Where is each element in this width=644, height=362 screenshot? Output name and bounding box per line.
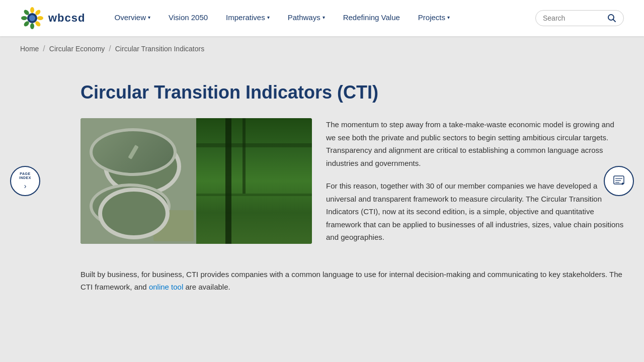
svg-point-5 bbox=[30, 23, 34, 29]
paragraph-3: Built by business, for business, CTI pro… bbox=[80, 268, 624, 294]
search-icon bbox=[607, 14, 616, 23]
logo-link[interactable]: wbcsd bbox=[20, 6, 85, 30]
svg-point-7 bbox=[21, 16, 27, 20]
search-area bbox=[535, 10, 624, 26]
imperatives-arrow-icon: ▾ bbox=[267, 15, 270, 20]
search-button[interactable] bbox=[607, 14, 616, 23]
paragraph-1: The momentum to step away from a take-ma… bbox=[326, 118, 624, 169]
svg-point-3 bbox=[37, 16, 43, 20]
online-tool-link[interactable]: online tool bbox=[149, 283, 183, 291]
projects-arrow-icon: ▾ bbox=[447, 15, 450, 20]
breadcrumb-separator-1: / bbox=[43, 44, 45, 53]
image-right-panel bbox=[196, 118, 312, 244]
pathways-arrow-icon: ▾ bbox=[323, 15, 325, 20]
nav-overview[interactable]: Overview ▾ bbox=[105, 0, 159, 36]
nav-vision2050[interactable]: Vision 2050 bbox=[159, 0, 217, 36]
image-left-panel bbox=[80, 118, 196, 244]
article-text: The momentum to step away from a take-ma… bbox=[326, 118, 624, 254]
article-image bbox=[80, 118, 312, 244]
intro-section: The momentum to step away from a take-ma… bbox=[80, 118, 624, 254]
breadcrumb-separator-2: / bbox=[109, 44, 111, 53]
breadcrumb-home[interactable]: Home bbox=[20, 45, 39, 53]
page-title: Circular Transition Indicators (CTI) bbox=[80, 81, 624, 103]
breadcrumb-current: Circular Transition Indicators bbox=[115, 45, 204, 53]
site-header: wbcsd Overview ▾ Vision 2050 Imperatives… bbox=[0, 0, 644, 36]
nav-redefining-value[interactable]: Redefining Value bbox=[334, 0, 409, 36]
svg-point-10 bbox=[29, 15, 35, 21]
logo-text: wbcsd bbox=[48, 12, 85, 25]
breadcrumb: Home / Circular Economy / Circular Trans… bbox=[0, 36, 644, 61]
search-input[interactable] bbox=[543, 14, 603, 22]
paragraph-3-end: are available. bbox=[183, 283, 230, 291]
svg-line-12 bbox=[613, 20, 616, 22]
aerial-illustration bbox=[80, 118, 312, 244]
main-content: Circular Transition Indicators (CTI) bbox=[0, 61, 644, 324]
main-nav: Overview ▾ Vision 2050 Imperatives ▾ Pat… bbox=[105, 0, 535, 36]
breadcrumb-circular-economy[interactable]: Circular Economy bbox=[49, 45, 105, 53]
paragraph-2: For this reason, together with 30 of our… bbox=[326, 179, 624, 244]
nav-projects[interactable]: Projects ▾ bbox=[409, 0, 459, 36]
nav-pathways[interactable]: Pathways ▾ bbox=[279, 0, 334, 36]
nav-imperatives[interactable]: Imperatives ▾ bbox=[217, 0, 279, 36]
overview-arrow-icon: ▾ bbox=[148, 15, 150, 20]
svg-point-1 bbox=[30, 7, 34, 13]
wbcsd-logo-icon bbox=[20, 6, 44, 30]
